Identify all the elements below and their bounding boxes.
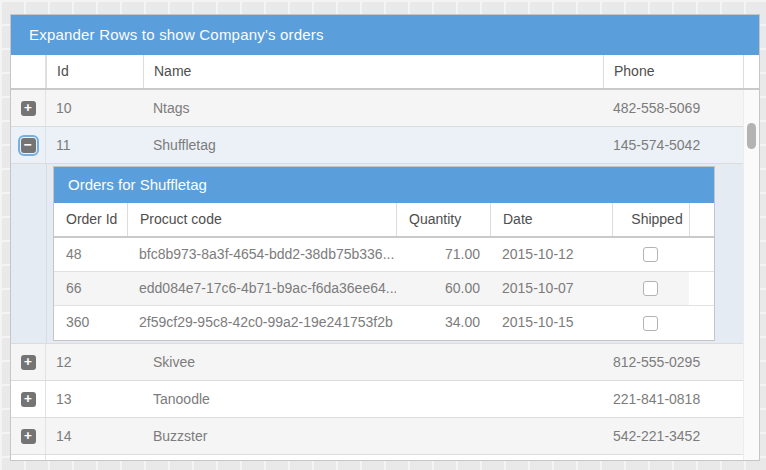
- cell-date: 2015-10-12: [490, 238, 612, 271]
- orders-grid: Orders for Shuffletag Order Id Procuct c…: [53, 166, 715, 341]
- cell-name: Ntags: [143, 90, 603, 126]
- column-header-date[interactable]: Date: [490, 203, 612, 236]
- expander-cell: +: [11, 455, 46, 460]
- detail-row-shuffletag: Orders for Shuffletag Order Id Procuct c…: [11, 164, 743, 344]
- cell-date: 2015-10-15: [490, 306, 612, 340]
- cell-id: 11: [46, 127, 143, 163]
- row-gutter: [689, 238, 714, 271]
- table-row-company-12[interactable]: + 12 Skivee 812-555-0295: [11, 344, 743, 381]
- cell-quantity: 71.00: [396, 238, 490, 271]
- cell-phone: 482-558-5069: [603, 90, 743, 126]
- cell-id: 10: [46, 90, 143, 126]
- cell-product-code: edd084e7-17c6-4b71-b9ac-f6da36ee64...: [127, 272, 396, 305]
- grid-body: + 10 Ntags 482-558-5069 − 11 Shuffletag …: [11, 90, 759, 460]
- column-header-product-code[interactable]: Procuct code: [127, 203, 396, 236]
- table-row-order-66[interactable]: 66 edd084e7-17c6-4b71-b9ac-f6da36ee64...…: [54, 272, 714, 306]
- row-gutter: [689, 272, 714, 305]
- orders-header-row: Order Id Procuct code Quantity Date Ship…: [54, 203, 714, 238]
- header-scrollbar-gutter: [743, 55, 759, 88]
- expander-cell: −: [11, 127, 46, 163]
- cell-quantity: 34.00: [396, 306, 490, 340]
- orders-header-gutter: [689, 203, 714, 236]
- cell-order-id: 360: [54, 306, 127, 340]
- cell-order-id: 48: [54, 238, 127, 271]
- shipped-checkbox[interactable]: [643, 281, 658, 296]
- shipped-checkbox[interactable]: [643, 316, 658, 331]
- cell-quantity: 60.00: [396, 272, 490, 305]
- cell-product-code: bfc8b973-8a3f-4654-bdd2-38db75b336...: [127, 238, 396, 271]
- grid-title: Expander Rows to show Company's orders: [11, 15, 759, 55]
- orders-grid-title: Orders for Shuffletag: [54, 167, 714, 203]
- companies-grid: Expander Rows to show Company's orders I…: [10, 14, 760, 461]
- expander-cell: +: [11, 90, 46, 126]
- column-header-phone[interactable]: Phone: [603, 55, 743, 88]
- cell-order-id: 66: [54, 272, 127, 305]
- cell-name: Buzzster: [143, 418, 603, 454]
- cell-product-code: 2f59cf29-95c8-42c0-99a2-19e241753f2b: [127, 306, 396, 340]
- vertical-scrollbar[interactable]: [743, 90, 759, 460]
- cell-shipped: [612, 306, 689, 340]
- table-row-company-14[interactable]: + 14 Buzzster 542-221-3452: [11, 418, 743, 455]
- cell-shipped: [612, 272, 689, 305]
- cell-phone: 542-221-3452: [603, 418, 743, 454]
- table-row-company-13[interactable]: + 13 Tanoodle 221-841-0818: [11, 381, 743, 418]
- collapse-icon[interactable]: −: [21, 138, 36, 153]
- column-header-order-id[interactable]: Order Id: [54, 203, 127, 236]
- cell-id: 15: [46, 455, 143, 460]
- cell-phone: 221-841-0818: [603, 381, 743, 417]
- cell-name: Tanoodle: [143, 381, 603, 417]
- cell-name: Skivee: [143, 344, 603, 380]
- cell-shipped: [612, 238, 689, 271]
- table-row-company-11-expanded[interactable]: − 11 Shuffletag 145-574-5042: [11, 127, 743, 164]
- column-header-quantity[interactable]: Quantity: [396, 203, 490, 236]
- grid-header-row: Id Name Phone: [11, 55, 759, 90]
- cell-id: 13: [46, 381, 143, 417]
- cell-phone: 812-555-0295: [603, 344, 743, 380]
- table-row-order-360[interactable]: 360 2f59cf29-95c8-42c0-99a2-19e241753f2b…: [54, 306, 714, 340]
- cell-id: 14: [46, 418, 143, 454]
- expand-icon[interactable]: +: [21, 392, 36, 407]
- table-row-order-48[interactable]: 48 bfc8b973-8a3f-4654-bdd2-38db75b336...…: [54, 238, 714, 272]
- expander-column-header: [11, 55, 46, 88]
- expander-cell: +: [11, 381, 46, 417]
- cell-id: 12: [46, 344, 143, 380]
- expander-cell: +: [11, 344, 46, 380]
- shipped-checkbox[interactable]: [643, 247, 658, 262]
- cell-phone: 632-732-0112: [603, 455, 743, 460]
- table-row-company-10[interactable]: + 10 Ntags 482-558-5069: [11, 90, 743, 127]
- scrollbar-thumb[interactable]: [747, 123, 756, 149]
- cell-name: Topicblab: [143, 455, 603, 460]
- cell-phone: 145-574-5042: [603, 127, 743, 163]
- column-header-shipped[interactable]: Shipped: [612, 203, 689, 236]
- expand-icon[interactable]: +: [21, 101, 36, 116]
- cell-date: 2015-10-07: [490, 272, 612, 305]
- row-gutter: [689, 306, 714, 340]
- column-header-id[interactable]: Id: [46, 55, 143, 88]
- table-row-company-15[interactable]: + 15 Topicblab 632-732-0112: [11, 455, 743, 460]
- expand-icon[interactable]: +: [21, 429, 36, 444]
- cell-name: Shuffletag: [143, 127, 603, 163]
- column-header-name[interactable]: Name: [143, 55, 603, 88]
- expander-cell: +: [11, 418, 46, 454]
- expand-icon[interactable]: +: [21, 355, 36, 370]
- grid-rows: + 10 Ntags 482-558-5069 − 11 Shuffletag …: [11, 90, 743, 460]
